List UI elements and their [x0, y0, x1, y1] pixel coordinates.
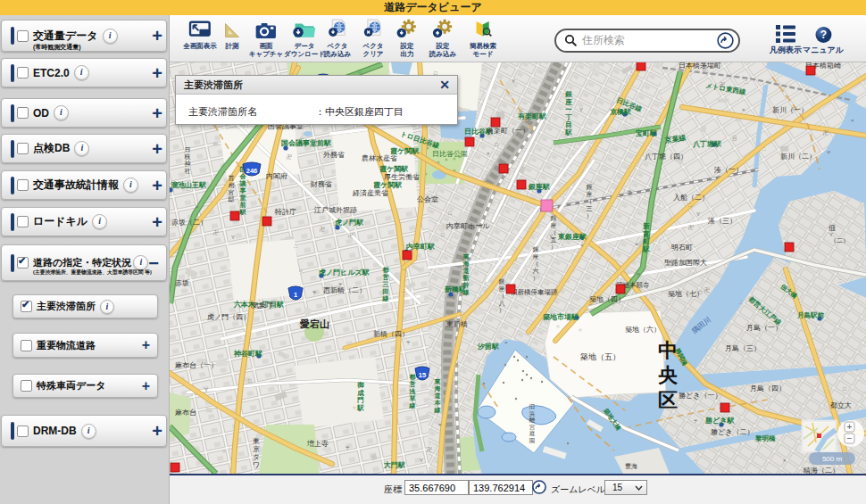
svg-text:黎明橋: 黎明橋 [755, 434, 776, 442]
svg-text:気象庁: 気象庁 [252, 302, 273, 310]
svg-text:大門駅: 大門駅 [384, 461, 405, 469]
svg-text:○: ○ [222, 449, 226, 454]
svg-text:−: − [847, 434, 853, 443]
svg-text:勝どき（一）: 勝どき（一） [679, 392, 721, 400]
svg-text:?: ? [820, 29, 826, 41]
svg-text:草: 草 [409, 395, 416, 402]
svg-text:築地市場駅: 築地市場駅 [543, 312, 579, 321]
svg-text:三: 三 [383, 281, 389, 287]
svg-text:⌂: ⌂ [299, 268, 303, 273]
svg-text:∴: ∴ [688, 202, 692, 208]
svg-text:Y: Y [454, 386, 458, 392]
svg-text:〒: 〒 [637, 272, 642, 277]
svg-text:国会議事堂前駅: 国会議事堂前駅 [281, 139, 331, 147]
svg-text:神谷町駅: 神谷町駅 [233, 350, 262, 358]
svg-text:Y: Y [512, 78, 515, 84]
svg-text:日: 日 [185, 146, 191, 153]
svg-text:築地（七）: 築地（七） [668, 290, 704, 298]
svg-text:卍: 卍 [704, 286, 710, 293]
svg-text:築地（六）: 築地（六） [625, 326, 661, 334]
svg-text:本: 本 [434, 399, 442, 406]
svg-text:枝: 枝 [184, 153, 191, 160]
svg-text:八丁堀駅: 八丁堀駅 [692, 140, 721, 148]
svg-text:（: （ [533, 260, 539, 268]
svg-text:500 m: 500 m [822, 455, 843, 463]
svg-text:旧新橋停車場跡: 旧新橋停車場跡 [511, 288, 558, 296]
svg-text:首: 首 [229, 175, 235, 182]
svg-text:銀座駅: 銀座駅 [528, 182, 550, 191]
svg-text:線: 線 [434, 407, 441, 414]
svg-text:東: 東 [253, 437, 260, 445]
svg-text:入船（二）: 入船（二） [673, 194, 709, 202]
svg-text:経済産業省: 経済産業省 [352, 189, 388, 197]
svg-text:都: 都 [409, 374, 416, 381]
svg-text:堂: 堂 [239, 194, 247, 202]
svg-text:銀: 銀 [551, 215, 557, 221]
svg-text:公会堂: 公会堂 [417, 195, 438, 203]
svg-text:愛宕山: 愛宕山 [300, 318, 329, 329]
svg-text:）: ） [499, 307, 505, 314]
svg-text:京: 京 [253, 445, 260, 453]
svg-text:社: 社 [185, 168, 191, 174]
svg-text:∴: ∴ [745, 79, 748, 85]
svg-text:相: 相 [229, 182, 235, 189]
svg-text:∴: ∴ [403, 288, 406, 293]
svg-text:道: 道 [435, 392, 442, 399]
svg-text:月島（四）: 月島（四） [750, 384, 786, 392]
svg-text:Y: Y [231, 235, 235, 240]
svg-text:海: 海 [434, 385, 441, 392]
svg-text:営: 営 [383, 274, 389, 281]
svg-text:日比谷公園: 日比谷公園 [432, 150, 468, 158]
svg-text:□: □ [448, 211, 452, 216]
svg-text:月島（一）: 月島（一） [746, 324, 782, 332]
svg-text:×: × [742, 107, 745, 112]
svg-text:（二）: （二） [830, 237, 849, 244]
svg-text:浅: 浅 [409, 388, 416, 395]
svg-text:豊海: 豊海 [625, 463, 637, 470]
svg-text:○: ○ [353, 405, 356, 410]
svg-text:ワ: ワ [253, 461, 260, 469]
svg-text:月島（三）: 月島（三） [725, 344, 761, 352]
svg-text:×: × [851, 118, 854, 123]
svg-text:○: ○ [855, 368, 859, 373]
svg-text:）: ） [533, 275, 539, 282]
svg-text:東: 東 [434, 378, 442, 385]
svg-text:京橋駅: 京橋駅 [610, 108, 631, 116]
svg-text:虎ノ門ヒルズ駅: 虎ノ門ヒルズ駅 [318, 269, 370, 277]
svg-text:（: （ [499, 293, 505, 300]
svg-text:官: 官 [229, 189, 235, 195]
svg-text:銀: 銀 [533, 246, 539, 252]
svg-text:線: 線 [409, 402, 416, 409]
svg-text:○: ○ [579, 327, 582, 333]
svg-text:営: 営 [410, 381, 416, 388]
svg-text:座: 座 [551, 222, 557, 228]
svg-text:海: 海 [462, 260, 470, 268]
svg-text:線: 線 [462, 289, 470, 296]
svg-text:赤坂（二）: 赤坂（二） [171, 219, 207, 227]
svg-text:新: 新 [462, 274, 470, 282]
svg-text:×: × [783, 458, 787, 463]
svg-text:卍: 卍 [213, 229, 219, 235]
svg-text:増上寺: 増上寺 [306, 440, 329, 448]
svg-text:汐留駅: 汐留駅 [477, 343, 499, 351]
svg-text:）: ） [587, 212, 593, 219]
svg-text:（: （ [551, 229, 557, 236]
svg-text:〒: 〒 [628, 189, 633, 194]
svg-text:外務省: 外務省 [323, 151, 345, 159]
svg-text:虎ノ門（四）: 虎ノ門（四） [207, 313, 250, 321]
svg-text:）: ） [551, 244, 557, 251]
svg-text:卍: 卍 [823, 129, 829, 136]
svg-text:□: □ [733, 136, 737, 142]
svg-text:麻布台: 麻布台 [175, 409, 196, 417]
svg-text:湊（一）: 湊（一） [713, 166, 743, 174]
svg-text:駅: 駅 [239, 209, 247, 216]
svg-text:田: 田 [383, 288, 389, 295]
svg-text:卍: 卍 [688, 224, 694, 230]
svg-text:+: + [847, 422, 853, 432]
svg-text:佃: 佃 [829, 224, 836, 232]
svg-text:タ: タ [253, 453, 260, 461]
svg-text:Y: Y [696, 211, 700, 217]
svg-text:区: 区 [658, 389, 678, 411]
svg-text:勝どき（二）: 勝どき（二） [711, 428, 754, 436]
svg-text:∴: ∴ [838, 278, 842, 284]
